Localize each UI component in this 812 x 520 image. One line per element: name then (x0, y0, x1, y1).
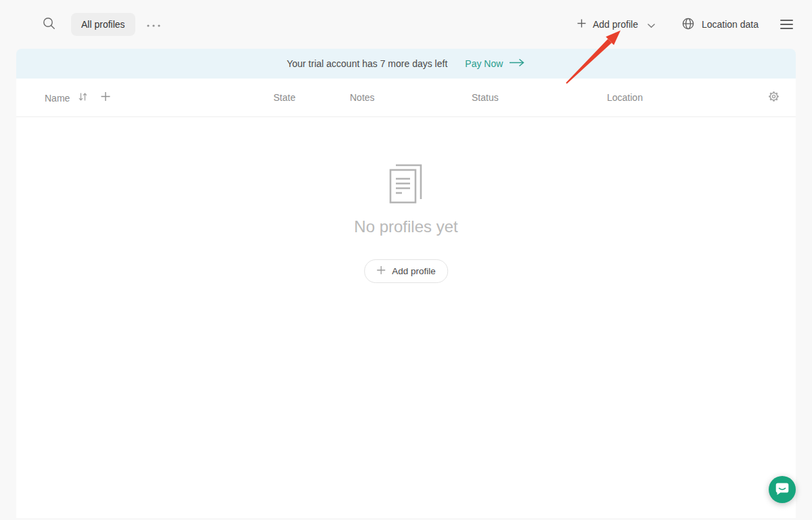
column-header-status: Status (472, 92, 499, 103)
chat-launcher-button[interactable] (769, 476, 796, 503)
sort-icon (78, 92, 88, 103)
more-options-icon (146, 20, 161, 30)
profiles-table-panel: Name (16, 79, 796, 518)
location-data-label: Location data (702, 19, 759, 30)
pay-now-link[interactable]: Pay Now (465, 58, 525, 69)
more-options-button[interactable] (146, 20, 161, 30)
location-data-button[interactable]: Location data (681, 17, 759, 32)
gear-icon (767, 89, 781, 106)
column-header-location: Location (607, 92, 643, 103)
add-profile-label: Add profile (593, 19, 638, 30)
topbar-right: Add profile Location data (577, 17, 793, 32)
menu-button[interactable] (780, 17, 793, 32)
empty-state-title: No profiles yet (354, 217, 457, 236)
column-header-name: Name (45, 91, 111, 104)
plus-icon (577, 18, 587, 30)
trial-banner: Your trial account has 7 more days left … (16, 49, 796, 79)
chat-bubble-icon (774, 481, 790, 499)
empty-add-profile-label: Add profile (392, 266, 436, 276)
table-settings-button[interactable] (767, 89, 781, 106)
add-column-button[interactable] (100, 91, 111, 104)
empty-profiles-icon (387, 161, 425, 207)
name-column-label: Name (45, 92, 70, 103)
plus-icon (100, 91, 111, 104)
column-header-state: State (273, 92, 296, 103)
add-profile-button[interactable]: Add profile (577, 18, 656, 30)
search-icon (42, 16, 56, 32)
topbar: All profiles Add profile (0, 0, 812, 49)
search-button[interactable] (42, 16, 56, 32)
sort-button[interactable] (78, 92, 88, 103)
tab-all-profiles[interactable]: All profiles (71, 13, 135, 36)
hamburger-icon (780, 20, 793, 21)
trial-message: Your trial account has 7 more days left (287, 58, 448, 69)
pay-now-label: Pay Now (465, 58, 503, 69)
arrow-right-icon (509, 58, 525, 69)
column-header-notes: Notes (350, 92, 375, 103)
plus-icon (376, 265, 386, 277)
empty-add-profile-button[interactable]: Add profile (364, 259, 448, 283)
chevron-down-icon (647, 20, 656, 30)
table-header: Name (16, 79, 796, 117)
globe-icon (681, 17, 695, 32)
